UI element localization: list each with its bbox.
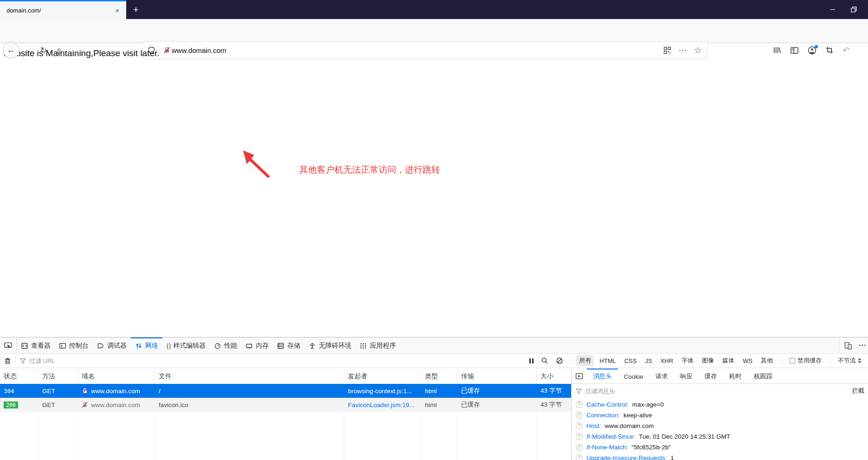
sidebar-icon[interactable]	[790, 46, 799, 55]
clear-requests-button[interactable]	[4, 357, 12, 365]
pause-traffic-button[interactable]	[526, 358, 537, 363]
header-name[interactable]: If-Modified-Since	[586, 433, 635, 440]
element-picker-button[interactable]	[0, 337, 17, 353]
type-filter-css[interactable]: CSS	[622, 356, 640, 366]
help-icon[interactable]: ?	[576, 422, 583, 429]
header-name[interactable]: Cache-Control	[586, 401, 629, 408]
search-button[interactable]	[537, 357, 552, 364]
insecure-lock-icon[interactable]	[163, 46, 171, 54]
help-icon[interactable]: ?	[576, 401, 583, 408]
table-empty-area	[0, 412, 571, 460]
console-icon	[59, 342, 66, 350]
request-initiator[interactable]: FaviconLoader.jsm:19...	[344, 402, 421, 408]
network-icon	[135, 342, 142, 350]
help-icon[interactable]: ?	[576, 454, 583, 460]
devtools-tab-performance[interactable]: 性能	[210, 337, 241, 353]
type-filter-html[interactable]: HTML	[597, 356, 618, 366]
column-header-initiator[interactable]: 发起者	[344, 369, 421, 384]
header-row[interactable]: ? If-None-Match "5fc6525b-2b"	[572, 442, 868, 453]
column-header-status[interactable]: 状态	[0, 369, 39, 384]
block-request-button[interactable]	[552, 357, 567, 364]
type-filter-ws[interactable]: WS	[740, 356, 755, 366]
devtools-tab-memory[interactable]: 内存	[241, 337, 273, 353]
column-header-domain[interactable]: 域名	[78, 369, 155, 384]
column-header-size[interactable]: 大小	[537, 369, 572, 384]
library-icon[interactable]	[773, 46, 781, 54]
details-tab-cache[interactable]: 缓存	[699, 369, 723, 383]
type-filter-media[interactable]: 媒体	[720, 355, 737, 366]
header-row[interactable]: ? Upgrade-Insecure-Requests 1	[572, 453, 868, 460]
type-filter-fonts[interactable]: 字体	[679, 355, 696, 366]
details-tab-request[interactable]: 请求	[649, 369, 674, 383]
header-row[interactable]: ? Connection keep-alive	[572, 410, 868, 421]
resend-request-button[interactable]	[572, 369, 587, 383]
header-name[interactable]: If-None-Match	[586, 444, 628, 451]
block-button[interactable]: 拦截	[852, 387, 864, 395]
request-type: html	[421, 388, 457, 395]
header-row[interactable]: ? Cache-Control max-age=0	[572, 399, 868, 410]
header-value: keep-alive	[624, 412, 652, 419]
devtools-tab-accessibility[interactable]: 无障碍环境	[304, 337, 355, 353]
type-filter-all[interactable]: 所有	[576, 355, 594, 366]
devtools-tab-console[interactable]: 控制台	[55, 337, 93, 353]
header-row[interactable]: ? Host www.domain.com	[572, 421, 868, 431]
details-tab-stacktrace[interactable]: 栈跟踪	[748, 369, 779, 383]
back-button[interactable]: ←	[3, 42, 19, 58]
new-tab-button[interactable]: +	[126, 0, 146, 19]
column-header-type[interactable]: 类型	[421, 369, 457, 384]
column-header-method[interactable]: 方法	[39, 369, 78, 384]
type-filter-xhr[interactable]: XHR	[658, 356, 676, 366]
screenshot-crop-icon[interactable]	[825, 46, 834, 54]
help-icon[interactable]: ?	[576, 444, 583, 451]
devtools-tab-style-editor[interactable]: { } 样式编辑器	[162, 337, 210, 353]
restore-icon	[851, 6, 857, 13]
request-initiator[interactable]: browsing-context.js:1...	[344, 388, 421, 395]
restore-button[interactable]	[843, 0, 864, 19]
devtools-tab-storage[interactable]: 存储	[273, 337, 304, 353]
request-method: GET	[39, 402, 78, 408]
details-tab-response[interactable]: 响应	[674, 369, 699, 383]
url-filter-input[interactable]	[29, 357, 526, 364]
disable-cache-checkbox[interactable]: 禁用缓存	[790, 356, 822, 365]
header-name[interactable]: Upgrade-Insecure-Requests	[586, 454, 667, 460]
column-header-file[interactable]: 文件	[155, 369, 344, 384]
devtools-tab-network[interactable]: 网络	[131, 337, 162, 353]
request-headers-list: ? Cache-Control max-age=0 ? Connection k…	[572, 398, 868, 460]
window-controls	[822, 0, 864, 19]
qr-code-icon[interactable]	[663, 46, 671, 54]
tab-close-icon[interactable]: ×	[112, 5, 122, 15]
help-icon[interactable]: ?	[576, 433, 583, 440]
throttle-select[interactable]: 不节流	[838, 356, 862, 365]
header-row[interactable]: ? If-Modified-Since Tue, 01 Dec 2020 14:…	[572, 431, 868, 442]
devtools-menu-icon[interactable]	[859, 342, 866, 349]
column-header-transferred[interactable]: 传输	[457, 369, 537, 384]
header-name[interactable]: Connection	[586, 412, 620, 419]
request-file: /	[155, 388, 344, 395]
help-icon[interactable]: ?	[576, 412, 583, 419]
url-bar[interactable]: www.domain.com ⋯ ☆	[142, 41, 707, 59]
header-value: 1	[670, 454, 674, 460]
play-box-icon	[575, 372, 583, 380]
page-actions-icon[interactable]: ⋯	[679, 45, 687, 55]
undo-arrow-icon[interactable]: ↶	[842, 45, 850, 56]
devtools-tab-inspector[interactable]: 查看器	[17, 337, 55, 353]
type-filter-js[interactable]: JS	[642, 356, 655, 366]
type-filter-images[interactable]: 图像	[699, 355, 717, 366]
details-tab-timings[interactable]: 耗时	[723, 369, 748, 383]
responsive-design-icon[interactable]	[844, 341, 852, 350]
browser-tab[interactable]: domain.com/ ×	[0, 0, 126, 19]
minimize-button[interactable]	[822, 0, 843, 19]
navigation-toolbar: ← → ↻ ⌂ www.domain.com ⋯ ☆	[0, 19, 868, 43]
headers-filter-input[interactable]	[585, 388, 848, 395]
account-icon[interactable]	[808, 46, 817, 55]
details-tab-cookies[interactable]: Cookie	[618, 369, 649, 383]
type-filter-other[interactable]: 其他	[758, 355, 776, 366]
devtools-tab-debugger[interactable]: 调试器	[93, 337, 131, 353]
request-row[interactable]: 200 GET www.domain.com favicon.ico Favic…	[0, 398, 571, 412]
bookmark-star-icon[interactable]: ☆	[694, 45, 701, 55]
url-text[interactable]: www.domain.com	[172, 46, 226, 54]
details-tab-headers[interactable]: 消息头	[587, 369, 618, 383]
header-name[interactable]: Host	[586, 422, 601, 429]
request-row-selected[interactable]: 304 GET www.domain.com / browsing-contex…	[0, 384, 571, 398]
devtools-tab-application[interactable]: 应用程序	[355, 337, 400, 353]
